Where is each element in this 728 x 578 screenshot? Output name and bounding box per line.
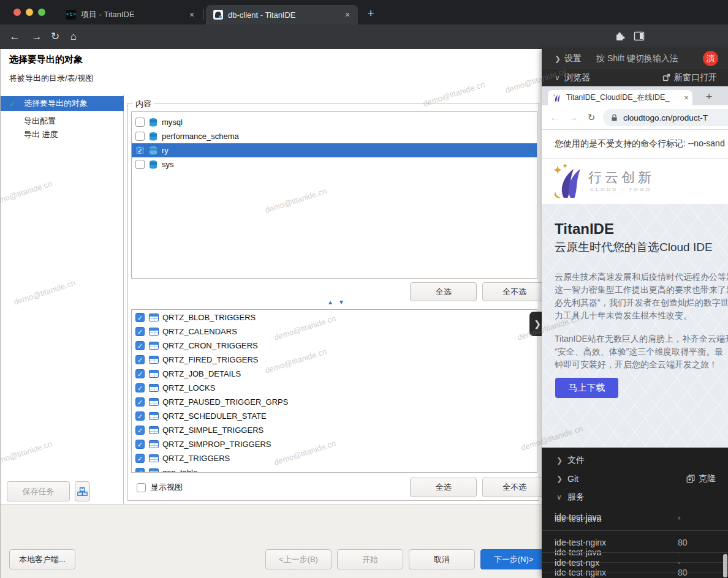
table-row[interactable]: ✓QRTZ_LOCKS [132,381,537,395]
service-row[interactable]: ide-test-java- [542,506,728,531]
checkbox-checked[interactable]: ✓ [135,411,145,421]
service-row[interactable]: ide-test-ngx- [542,553,728,573]
db-row-selected[interactable]: ✓ ry [132,143,537,157]
forward-icon[interactable]: → [29,29,44,44]
page-title: 选择要导出的对象 [9,54,83,66]
checkbox[interactable] [135,118,145,127]
traffic-light-close[interactable] [13,9,21,16]
table-row[interactable]: ✓gen_table [132,465,537,473]
embedded-toolbar: ← → ↻ cloudtogo.cn/product-T [542,105,728,130]
select-none-bottom-button[interactable]: 全不选 [482,478,547,497]
cloudtogo-favicon [553,94,562,102]
services-scrollbar[interactable] [723,554,727,577]
table-row[interactable]: ✓QRTZ_SIMPLE_TRIGGERS [132,423,537,437]
database-icon [148,118,158,127]
checkbox[interactable] [137,483,146,492]
show-views-checkbox[interactable]: 显示视图 [137,482,183,493]
table-icon [149,440,159,448]
traffic-light-minimize[interactable] [26,9,33,16]
table-icon [149,328,159,336]
packages-icon-button[interactable] [75,481,90,501]
back-icon[interactable]: ← [548,111,561,124]
move-up-icon[interactable]: ▲ [327,299,333,306]
table-row[interactable]: ✓QRTZ_SIMPROP_TRIGGERS [132,437,537,451]
table-row[interactable]: ✓QRTZ_CALENDARS [132,325,537,339]
home-icon[interactable]: ⌂ [66,29,81,44]
open-new-window-button[interactable]: 新窗口打开 [662,72,717,83]
extensions-puzzle-icon[interactable] [614,31,625,42]
lock-icon [611,114,618,122]
hero-paragraph-line: 这一智力密集型工作提出更高的要求也带来了新 [555,285,728,296]
checkbox-checked[interactable]: ✓ [135,327,145,336]
embedded-new-tab-button[interactable]: + [701,89,717,105]
select-all-top-button[interactable]: 全选 [410,282,477,301]
table-row[interactable]: ✓QRTZ_TRIGGERS [132,451,537,465]
embedded-address-bar[interactable]: cloudtogo.cn/product-T [603,109,728,126]
checkbox-checked[interactable]: ✓ [135,397,145,407]
prev-step-button[interactable]: <上一步(B) [265,549,332,569]
tab-db-client[interactable]: db-client - TitanIDE × [206,5,358,24]
move-down-icon[interactable]: ▼ [338,299,344,306]
embedded-tab-strip: TitanIDE_CloudIDE_在线IDE_ × + [542,86,728,105]
next-step-button[interactable]: 下一步(N)> [480,549,547,569]
reload-icon[interactable]: ↻ [585,111,598,124]
checkbox-checked[interactable]: ✓ [135,313,145,322]
start-button[interactable]: 开始 [337,549,403,569]
ide-side-panel: ❯ 设置 按 Shift 键切换输入法 演 ∨ 浏览器 新窗口打开 TitanI… [542,49,728,578]
back-icon[interactable]: ← [7,29,22,44]
step-export-config[interactable]: 导出配置 [1,114,124,129]
select-all-bottom-button[interactable]: 全选 [410,478,477,497]
download-now-button[interactable]: 马上下载 [555,378,618,398]
service-row[interactable]: ide-test-nginx80 [542,533,728,553]
git-section-header[interactable]: ❯ Git 克隆 [542,470,728,488]
table-row[interactable]: ✓QRTZ_FIRED_TRIGGERS [132,353,537,367]
table-row[interactable]: ✓QRTZ_PAUSED_TRIGGER_GRPS [132,395,537,409]
checkbox-checked[interactable]: ✓ [135,454,145,463]
checkbox-checked[interactable]: ✓ [135,369,145,378]
checkbox[interactable] [135,132,145,141]
cancel-button[interactable]: 取消 [409,549,475,569]
table-row[interactable]: ✓QRTZ_JOB_DETAILS [132,367,537,381]
new-tab-button[interactable]: + [363,6,379,22]
tab-project[interactable]: <t> 项目 - TitanIDE × [59,5,202,24]
db-row[interactable]: mysql [132,115,537,129]
checkbox-checked[interactable]: ✓ [135,440,145,449]
hero-subtitle: 云原生时代您的首选Cloud IDE [555,239,713,255]
save-task-button[interactable]: 保存任务 [7,481,70,501]
git-clone-button[interactable]: 克隆 [686,473,716,484]
table-icon [149,412,159,420]
db-row[interactable]: performance_schema [132,129,537,143]
close-icon[interactable]: × [680,93,692,102]
hero-paragraph-line: 必先利其器”，我们开发者在创造灿烂的数字世 [555,298,728,309]
checkbox-checked[interactable]: ✓ [135,426,145,435]
table-row[interactable]: ✓QRTZ_CRON_TRIGGERS [132,339,537,353]
step-select-objects[interactable]: ✓ 选择要导出的对象 [1,96,124,111]
table-row[interactable]: ✓QRTZ_SCHEDULER_STATE [132,409,537,423]
step-export-progress[interactable]: 导出 进度 [1,127,124,142]
checkbox-checked[interactable]: ✓ [135,355,145,364]
checkbox-checked[interactable]: ✓ [135,383,145,392]
services-section-header[interactable]: ∨ 服务 [542,488,728,506]
browser-section-header[interactable]: ∨ 浏览器 新窗口打开 [542,68,728,86]
table-row[interactable]: ✓QRTZ_BLOB_TRIGGERS [132,310,537,325]
select-none-top-button[interactable]: 全不选 [482,282,547,301]
close-tab-icon[interactable]: × [342,10,353,20]
service-row[interactable]: mysql3306 [542,573,728,578]
checkbox-checked[interactable]: ✓ [135,146,145,155]
tab-title: 项目 - TitanIDE [81,9,186,20]
embedded-tab[interactable]: TitanIDE_CloudIDE_在线IDE_ × [548,90,692,105]
hero-paragraph-line: 力工具几十年未曾发生根本性改变。 [555,310,728,321]
reload-icon[interactable]: ↻ [48,29,63,44]
files-section-header[interactable]: ❯ 文件 [542,451,728,470]
checkbox-checked[interactable]: ✓ [135,468,145,473]
close-tab-icon[interactable]: × [186,10,197,20]
checkbox-checked[interactable]: ✓ [135,341,145,350]
settings-section-header[interactable]: ❯ 设置 按 Shift 键切换输入法 演 [542,49,728,68]
local-client-button[interactable]: 本地客户端... [9,549,75,569]
traffic-light-zoom[interactable] [38,9,45,16]
demo-badge[interactable]: 演 [703,51,718,66]
forward-icon[interactable]: → [566,111,580,124]
side-panel-icon[interactable] [634,31,645,42]
checkbox[interactable] [135,160,145,169]
db-row[interactable]: sys [132,157,537,171]
